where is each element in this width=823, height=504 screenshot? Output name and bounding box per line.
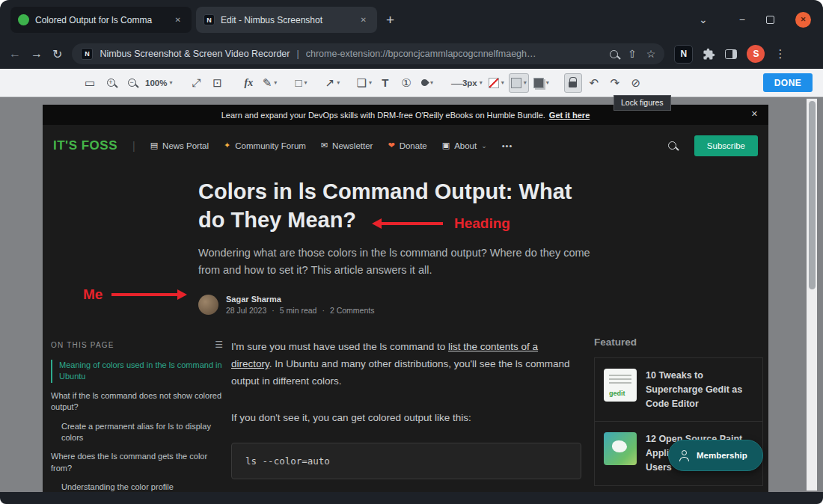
- search-icon[interactable]: [668, 141, 676, 150]
- pencil-tool[interactable]: ✎▾: [260, 73, 278, 93]
- editor-canvas[interactable]: Learn and expand your DevOps skills with…: [0, 97, 823, 492]
- share-icon[interactable]: ⇧: [628, 48, 637, 60]
- paint-app-icon: [604, 432, 637, 465]
- arrow-line: [382, 222, 443, 225]
- nav-divider: |: [132, 140, 135, 152]
- tab-close-icon[interactable]: ✕: [172, 14, 184, 25]
- stroke-color-tool[interactable]: ▾: [487, 73, 506, 93]
- zoom-out-tool[interactable]: −: [123, 73, 141, 93]
- effects-tool[interactable]: fx: [239, 73, 257, 93]
- wave-hand-icon: ✦: [224, 141, 230, 150]
- zoom-level-dropdown[interactable]: 100%▾: [144, 73, 174, 93]
- callout-icon: ❏: [356, 76, 366, 90]
- text-tool[interactable]: T: [376, 73, 394, 93]
- browser-toolbar: ← → ↻ N Nimbus Screenshot & Screen Video…: [0, 39, 823, 69]
- arrow-head-right-icon: [177, 289, 187, 300]
- reload-icon[interactable]: ↻: [52, 47, 62, 61]
- blur-tool[interactable]: ▾: [418, 73, 436, 93]
- stroke-color-swatch: [489, 78, 499, 88]
- shadow-swatch: [533, 78, 544, 88]
- address-separator: |: [296, 49, 299, 59]
- done-button[interactable]: DONE: [763, 73, 813, 92]
- read-time: 5 min read: [280, 306, 317, 315]
- forward-icon[interactable]: →: [31, 47, 43, 61]
- shadow-tool[interactable]: ▾: [532, 73, 551, 93]
- meta-dot: ·: [322, 306, 325, 315]
- clear-all-tool[interactable]: ⊘: [627, 73, 645, 93]
- banner-close-icon[interactable]: ✕: [751, 109, 758, 119]
- tab-search-chevron-icon[interactable]: ⌄: [699, 13, 708, 25]
- bookmark-star-icon[interactable]: ☆: [646, 48, 656, 60]
- publish-date: 28 Jul 2023: [226, 306, 266, 315]
- featured-card-gedit[interactable]: gedit 10 Tweaks to Supercharge Gedit as …: [595, 358, 762, 421]
- fill-color-tool[interactable]: ▾: [509, 73, 529, 93]
- new-tab-button[interactable]: +: [386, 12, 394, 28]
- tab-nimbus-edit[interactable]: N Edit - Nimbus Screenshot ✕: [196, 7, 377, 33]
- article-body: I'm sure you must have used the ls comma…: [231, 338, 581, 479]
- zoom-in-tool[interactable]: +: [102, 73, 120, 93]
- minimize-button[interactable]: −: [739, 13, 745, 25]
- resize-tool[interactable]: ⤢: [187, 73, 205, 93]
- meta-dot: ·: [272, 306, 275, 315]
- window-close-button[interactable]: ✕: [795, 12, 811, 28]
- toc-item[interactable]: Understanding the color profile: [51, 482, 223, 492]
- banner-link[interactable]: Get it here: [549, 111, 590, 120]
- extension-site-icon: N: [81, 48, 93, 60]
- code-block[interactable]: ls --color=auto: [231, 443, 581, 479]
- tab-foss-article[interactable]: Colored Output for ls Comma ✕: [10, 7, 192, 33]
- author-meta: 28 Jul 2023 · 5 min read · 2 Comments: [226, 306, 374, 315]
- toc-item[interactable]: Meaning of colors used in the ls command…: [51, 360, 223, 383]
- author-name[interactable]: Sagar Sharma: [226, 295, 374, 304]
- about-icon: ▣: [442, 141, 450, 150]
- tab-close-icon[interactable]: ✕: [358, 14, 370, 25]
- nimbus-favicon-icon: N: [204, 14, 215, 25]
- membership-button[interactable]: Membership: [668, 440, 763, 471]
- line-width-dropdown[interactable]: —3px▾: [450, 73, 484, 93]
- nav-item-news-portal[interactable]: ▤News Portal: [150, 141, 209, 150]
- arrow-icon: ↗: [325, 76, 335, 90]
- newspaper-icon: ▤: [150, 141, 158, 150]
- lock-figures-tool[interactable]: [564, 73, 582, 93]
- crop-tool[interactable]: ⊡: [208, 73, 226, 93]
- toc-item[interactable]: What if the ls command does not show col…: [51, 390, 223, 414]
- annotation-me[interactable]: Me: [83, 286, 187, 303]
- nav-item-about[interactable]: ▣About⌄: [442, 141, 487, 150]
- gedit-icon: gedit: [604, 369, 637, 402]
- nav-more-button[interactable]: •••: [502, 141, 513, 150]
- toc-menu-icon[interactable]: ☰: [215, 339, 223, 350]
- chevron-down-icon: ▾: [169, 79, 172, 86]
- numbering-tool[interactable]: ①: [397, 73, 415, 93]
- select-area-tool[interactable]: ▭: [81, 73, 99, 93]
- nav-item-community-forum[interactable]: ✦Community Forum: [224, 141, 306, 150]
- zoom-page-icon[interactable]: [610, 50, 618, 58]
- titlebar: Colored Output for ls Comma ✕ N Edit - N…: [0, 0, 823, 39]
- square-icon: □: [295, 76, 302, 89]
- back-icon[interactable]: ←: [9, 47, 21, 61]
- page-scrollbar[interactable]: [807, 99, 817, 491]
- itsfoss-favicon-icon: [18, 14, 29, 25]
- subscribe-button[interactable]: Subscribe: [694, 135, 758, 156]
- arrow-tool[interactable]: ↗▾: [323, 73, 341, 93]
- window-controls: ⌄ − ✕: [699, 0, 811, 39]
- nav-item-donate[interactable]: ❤Donate: [388, 141, 426, 150]
- itsfoss-logo[interactable]: IT'S FOSS: [53, 138, 117, 153]
- side-panel-icon[interactable]: [725, 49, 737, 59]
- callout-tool[interactable]: ❏▾: [355, 73, 373, 93]
- scrollbar-thumb[interactable]: [809, 101, 816, 289]
- address-bar[interactable]: N Nimbus Screenshot & Screen Video Recor…: [72, 43, 664, 64]
- shape-tool[interactable]: □▾: [292, 73, 310, 93]
- toc-item[interactable]: Where does the ls command gets the color…: [51, 451, 223, 474]
- author-avatar[interactable]: [198, 295, 218, 315]
- annotation-heading[interactable]: Heading: [372, 215, 510, 232]
- nav-item-newsletter[interactable]: ✉Newsletter: [321, 141, 373, 150]
- toc-item[interactable]: Create a permanent alias for ls to displ…: [51, 421, 223, 444]
- extensions-puzzle-icon[interactable]: [703, 48, 715, 61]
- nimbus-extension-button[interactable]: N: [674, 45, 693, 64]
- undo-tool[interactable]: ↶: [585, 73, 603, 93]
- site-navbar: IT'S FOSS | ▤News Portal ✦Community Foru…: [43, 125, 768, 166]
- redo-tool[interactable]: ↷: [606, 73, 624, 93]
- profile-avatar[interactable]: S: [747, 45, 765, 63]
- comments-count: 2 Comments: [330, 306, 375, 315]
- maximize-button[interactable]: [766, 16, 774, 24]
- browser-menu-icon[interactable]: ⋮: [774, 47, 786, 61]
